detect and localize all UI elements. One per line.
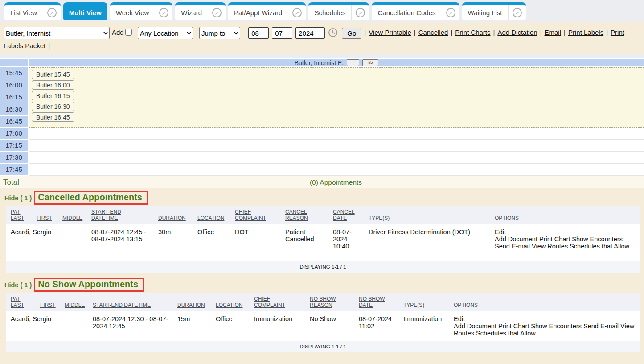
col-location[interactable]: LOCATION [197, 206, 235, 224]
go-button[interactable]: Go [342, 28, 361, 39]
time-label: 15:45 [0, 67, 28, 79]
time-label: 16:00 [0, 79, 28, 91]
appointments-total: (0) Appointments [28, 178, 644, 186]
noshow-appointments-table: PAT LAST FIRST MIDDLE START-END DATETIME… [6, 293, 640, 341]
col-noshow-date[interactable]: NO SHOW DATE [359, 293, 403, 311]
option-link[interactable]: View Routes [532, 243, 568, 250]
col-first[interactable]: FIRST [37, 206, 62, 224]
col-chief-complaint[interactable]: CHIEF COMPLAINT [235, 206, 285, 224]
date-year-field[interactable] [295, 27, 325, 39]
calendar-clock-icon[interactable] [328, 28, 338, 39]
option-links: Add Document Print Chart Show Encounters… [454, 323, 634, 337]
closed-slot-row [29, 128, 644, 140]
tab-cancellation-codes[interactable]: Cancellation Codes ↗ [372, 2, 459, 20]
add-checkbox[interactable] [125, 29, 132, 36]
slot-button[interactable]: Butler 16:00 [32, 80, 74, 90]
email-link[interactable]: Email [545, 29, 562, 36]
appt-types: Immunization [403, 311, 454, 341]
location-select[interactable]: Any Location [138, 27, 193, 39]
print-charts-link[interactable]: Print Charts [455, 29, 490, 36]
grid-corner-cell [0, 59, 28, 66]
col-middle[interactable]: MIDDLE [65, 293, 93, 311]
tab-pat-appt-wizard[interactable]: Pat/Appt Wizard ↗ [228, 2, 306, 20]
option-link[interactable]: Print Chart [498, 323, 529, 330]
popout-icon[interactable]: ↗ [509, 8, 526, 17]
col-middle[interactable]: MIDDLE [62, 206, 91, 224]
popout-icon[interactable]: ↗ [288, 8, 306, 17]
col-duration[interactable]: DURATION [158, 206, 197, 224]
col-pat-last[interactable]: PAT LAST [6, 206, 37, 224]
fb-toggle-button[interactable]: f/b [362, 59, 378, 66]
provider-select[interactable]: Butler, Internist [4, 27, 110, 39]
popout-icon[interactable]: ↗ [43, 8, 61, 17]
view-tabbar: List View ↗ Multi View Week View ↗ Wizar… [0, 0, 644, 22]
popout-icon[interactable]: ↗ [442, 8, 459, 17]
tab-list-view[interactable]: List View ↗ [4, 2, 61, 20]
noshow-hide-link[interactable]: Hide ( 1 ) [4, 281, 32, 289]
option-link[interactable]: Add Document [495, 236, 537, 243]
col-cancel-date[interactable]: CANCEL DATE [333, 206, 369, 224]
option-edit-link[interactable]: Edit [454, 315, 465, 323]
option-edit-link[interactable]: Edit [495, 228, 506, 236]
open-hours-area: Butler 15:45 Butler 16:00 Butler 16:15 B… [29, 67, 644, 128]
option-link[interactable]: Show Encounters [572, 236, 623, 243]
col-first[interactable]: FIRST [40, 293, 65, 311]
tab-wizard[interactable]: Wizard ↗ [175, 2, 226, 20]
add-dictation-link[interactable]: Add Dictation [497, 29, 537, 36]
option-link[interactable]: Send E-mail [495, 243, 530, 250]
col-pat-last[interactable]: PAT LAST [6, 293, 40, 311]
slot-button[interactable]: Butler 16:15 [32, 91, 74, 100]
tab-week-view[interactable]: Week View ↗ [110, 2, 172, 20]
date-day-field[interactable] [272, 27, 292, 39]
option-link[interactable]: Add Document [454, 323, 496, 330]
appt-options: Edit Add Document Print Chart Show Encou… [454, 311, 640, 341]
option-link[interactable]: Schedules that Allow [570, 243, 629, 250]
noshow-reason: No Show [310, 311, 359, 341]
time-label: 17:45 [0, 164, 28, 175]
option-link[interactable]: Send E-mail [583, 323, 619, 330]
popout-icon[interactable]: ↗ [155, 8, 172, 17]
time-label: 17:30 [0, 152, 28, 163]
col-cancel-reason[interactable]: CANCEL REASON [285, 206, 333, 224]
slot-button[interactable]: Butler 15:45 [32, 70, 74, 79]
appt-location: Office [197, 224, 235, 261]
col-duration[interactable]: DURATION [177, 293, 216, 311]
patient-name: Acardi, Sergio [6, 311, 40, 341]
view-printable-link[interactable]: View Printable [369, 29, 411, 36]
cancelled-link[interactable]: Cancelled [418, 29, 448, 36]
cancelled-hide-link[interactable]: Hide ( 1 ) [4, 194, 32, 202]
cancelled-table-wrap: PAT LAST FIRST MIDDLE START-END DATETIME… [6, 206, 640, 273]
option-link[interactable]: Print Chart [539, 236, 570, 243]
noshow-date: 08-07-2024 11:02 [359, 311, 403, 341]
time-label: 16:45 [0, 116, 28, 127]
option-link[interactable]: Show Encounters [531, 323, 582, 330]
slot-button[interactable]: Butler 16:45 [32, 112, 74, 122]
option-link[interactable]: Schedules that Allow [476, 330, 536, 337]
provider-header-link[interactable]: Butler, Internist E. [295, 59, 344, 66]
appt-types: Driver Fitness Determination (DOT) [369, 224, 495, 261]
print-labels-link[interactable]: Print Labels [568, 29, 603, 36]
appt-chief-complaint: DOT [235, 224, 285, 261]
time-label: 16:30 [0, 103, 28, 115]
slot-button[interactable]: Butler 16:30 [32, 102, 74, 111]
tab-waiting-list[interactable]: Waiting List ↗ [462, 2, 526, 20]
noshow-displaying-status: DISPLAYING 1-1 / 1 [6, 341, 640, 352]
col-types: TYPE(S) [403, 293, 454, 311]
closed-slot-row [29, 152, 644, 164]
minimize-column-button[interactable]: — [347, 59, 359, 66]
noshow-header-row: PAT LAST FIRST MIDDLE START-END DATETIME… [6, 293, 640, 311]
col-noshow-reason[interactable]: NO SHOW REASON [310, 293, 359, 311]
col-options: OPTIONS [495, 206, 640, 224]
col-datetime[interactable]: START-END DATETIME [93, 293, 177, 311]
appt-datetime: 08-07-2024 12:45 - 08-07-2024 13:15 [91, 224, 158, 261]
tab-multi-view[interactable]: Multi View [63, 2, 107, 20]
popout-icon[interactable]: ↗ [208, 8, 226, 17]
date-month-field[interactable] [248, 27, 269, 39]
tab-schedules[interactable]: Schedules ↗ [308, 2, 369, 20]
col-location[interactable]: LOCATION [216, 293, 254, 311]
col-chief-complaint[interactable]: CHIEF COMPLAINT [254, 293, 310, 311]
col-datetime[interactable]: START-END DATETIME [91, 206, 158, 224]
jump-to-select[interactable]: Jump to [199, 27, 240, 39]
popout-icon[interactable]: ↗ [352, 8, 369, 17]
provider-slot-column: Butler 15:45 Butler 16:00 Butler 16:15 B… [29, 67, 644, 176]
